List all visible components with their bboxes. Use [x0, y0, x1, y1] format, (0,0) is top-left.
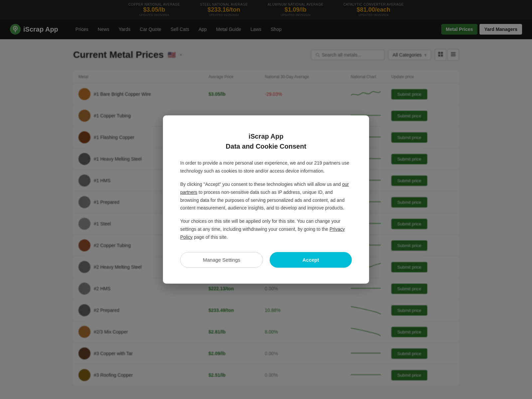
modal-body-2: By clicking "Accept" you consent to thes… — [180, 181, 352, 212]
modal-title: iScrap AppData and Cookie Consent — [180, 131, 352, 151]
modal-buttons: Manage Settings Accept — [180, 252, 352, 268]
consent-modal: iScrap AppData and Cookie Consent In ord… — [163, 115, 369, 283]
accept-button[interactable]: Accept — [270, 252, 352, 268]
modal-body-3: Your choices on this site will be applie… — [180, 217, 352, 241]
modal-overlay: iScrap AppData and Cookie Consent In ord… — [0, 0, 532, 396]
our-partners-link[interactable]: our partners — [180, 182, 349, 195]
modal-body-1: In order to provide a more personal user… — [180, 159, 352, 175]
manage-settings-button[interactable]: Manage Settings — [180, 252, 263, 268]
privacy-policy-link[interactable]: Privacy Policy — [180, 226, 345, 240]
